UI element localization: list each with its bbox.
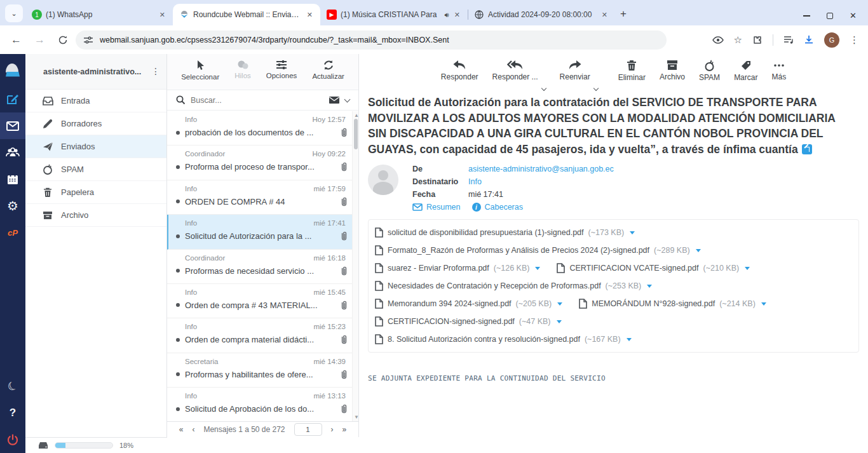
options-button[interactable]: Opciones — [266, 60, 297, 79]
first-page-icon[interactable]: « — [179, 425, 184, 434]
summary-link[interactable]: Resumen — [412, 203, 461, 212]
reply-all-button[interactable]: Responder ... — [492, 60, 538, 81]
folder-enviados[interactable]: Enviados — [25, 135, 166, 158]
reading-list-icon[interactable] — [783, 36, 794, 44]
browser-menu-icon[interactable]: ⋮ — [850, 34, 859, 46]
more-button[interactable]: Más — [771, 60, 786, 81]
attachment[interactable]: Necesidades de Contratación y Recepción … — [375, 281, 652, 291]
threads-button[interactable]: Hilos — [234, 60, 251, 79]
attachment-menu-icon[interactable] — [630, 231, 635, 234]
from-address-link[interactable]: asistente-administrativo@sanjuan.gob.ec — [468, 165, 614, 173]
reply-button[interactable]: Responder — [441, 60, 478, 81]
search-scope-mail-icon[interactable] — [329, 96, 340, 104]
mail-icon[interactable] — [0, 112, 25, 139]
page-input[interactable]: 1 — [294, 423, 322, 436]
attachment-menu-icon[interactable] — [627, 338, 632, 341]
dark-mode-moon-icon[interactable]: ☾ — [0, 373, 25, 400]
message-row[interactable]: Infomié 15:45 Orden de compra # 43 MATER… — [167, 284, 352, 318]
mark-button[interactable]: Marcar — [734, 60, 757, 82]
message-row[interactable]: Infomié 13:13 Solicitud de Aprobación de… — [167, 388, 352, 421]
attachment[interactable]: solicitud de disponibilidad presupuestar… — [375, 227, 635, 238]
attachment[interactable]: 8. Solicitud Autorización contra y resol… — [375, 334, 632, 344]
back-icon[interactable]: ← — [11, 34, 22, 46]
calendar-icon[interactable] — [0, 166, 25, 193]
tab-roundcube[interactable]: Roundcube Webmail :: Enviado: ✕ — [173, 4, 320, 25]
scroll-down-icon[interactable]: ▼ — [354, 414, 359, 420]
tab-actividad[interactable]: Actividad 2024-09-20 08:00:00 ✕ — [468, 4, 615, 25]
attachment[interactable]: MEMORÁNDUM N°928-signed.pdf(~214 KB) — [579, 299, 766, 309]
folder-entrada[interactable]: Entrada — [25, 90, 166, 112]
message-row-selected[interactable]: Infomié 17:41 Solicitud de Autorización … — [167, 215, 352, 249]
message-row[interactable]: Infomié 15:23 Orden de compra material d… — [167, 318, 352, 353]
delete-button[interactable]: Eliminar — [618, 60, 646, 82]
profile-avatar[interactable]: G — [824, 32, 839, 48]
bookmark-star-icon[interactable]: ☆ — [734, 34, 742, 46]
refresh-button[interactable]: Actualizar — [312, 60, 344, 80]
cpanel-icon[interactable]: cP — [0, 219, 25, 246]
external-link-icon[interactable] — [802, 144, 812, 154]
close-tab-icon[interactable]: ✕ — [304, 10, 315, 20]
folder-borradores[interactable]: Borradores — [25, 112, 166, 135]
folder-spam[interactable]: SPAM — [25, 158, 166, 181]
tab-search-button[interactable]: ⌄ — [5, 4, 23, 22]
list-scrollbar[interactable]: ▲ ▼ — [352, 111, 358, 421]
folder-archivo[interactable]: Archivo — [25, 204, 166, 227]
headers-link[interactable]: i Cabeceras — [472, 203, 523, 212]
scrollbar-thumb[interactable] — [354, 119, 358, 149]
settings-gear-icon[interactable]: ⚙ — [0, 193, 25, 219]
help-icon[interactable]: ? — [0, 400, 25, 426]
tab-audio-icon[interactable]: 🔊︎ — [445, 11, 449, 19]
address-bar[interactable]: webmail.sanjuan.gob.ec/cpsess2312679074/… — [76, 30, 667, 50]
reload-icon[interactable] — [58, 35, 68, 45]
search-input[interactable] — [191, 96, 329, 105]
scroll-up-icon[interactable]: ▲ — [354, 112, 359, 118]
select-button[interactable]: Seleccionar — [181, 60, 219, 81]
site-settings-icon[interactable] — [83, 35, 93, 45]
maximize-button[interactable] — [827, 13, 833, 19]
message-row[interactable]: InfoHoy 12:57 probación de los documento… — [167, 111, 352, 145]
close-tab-icon[interactable]: ✕ — [599, 10, 610, 20]
archive-button[interactable]: Archivo — [660, 60, 685, 81]
extensions-icon[interactable] — [752, 35, 763, 45]
attachment[interactable]: CERTIFICACION VCATE-signed.pdf(~210 KB) — [557, 263, 750, 273]
forward-icon[interactable]: → — [34, 34, 45, 46]
attachment[interactable]: CERTIFICACION-signed-signed.pdf(~47 KB) — [375, 316, 562, 327]
spam-button[interactable]: SPAM — [699, 60, 720, 82]
attachment-menu-icon[interactable] — [557, 320, 562, 323]
close-tab-icon[interactable]: ✕ — [157, 10, 168, 20]
attachment-menu-icon[interactable] — [745, 267, 750, 270]
download-icon[interactable] — [804, 35, 814, 45]
account-header[interactable]: asistente-administrativo... ⋮ — [25, 54, 166, 90]
roundcube-logo[interactable] — [0, 54, 25, 86]
attachment[interactable]: Memorandum 394 2024-signed.pdf(~205 KB) — [375, 299, 562, 309]
tab-whatsapp[interactable]: 1 (1) WhatsApp ✕ — [25, 4, 173, 25]
attachment-menu-icon[interactable] — [535, 267, 540, 270]
preview-eye-icon[interactable] — [712, 36, 724, 44]
forward-button[interactable]: Reenviar — [560, 60, 590, 81]
attachment-menu-icon[interactable] — [647, 285, 652, 288]
attachment[interactable]: Formato_8_Razón de Proformas y Análisis … — [375, 245, 701, 255]
prev-page-icon[interactable]: ‹ — [192, 425, 194, 434]
logout-power-icon[interactable] — [0, 426, 25, 453]
to-address-link[interactable]: Info — [468, 177, 482, 186]
message-row[interactable]: CoordinadorHoy 09:22 Proforma del proces… — [167, 145, 352, 180]
tab-youtube[interactable]: ▶ (1) Música CRISTIANA Para 🔊︎ ✕ — [320, 4, 468, 25]
attachment[interactable]: suarez - Enviar Proforma.pdf(~126 KB) — [375, 263, 540, 273]
search-options-chevron-icon[interactable] — [344, 96, 351, 102]
message-row[interactable]: Coordinadormié 16:18 Proformas de necesi… — [167, 250, 352, 284]
compose-icon[interactable] — [0, 86, 25, 112]
message-row[interactable]: Infomié 17:59 ORDEN DE COMPRA # 44 — [167, 180, 352, 215]
close-tab-icon[interactable]: ✕ — [452, 10, 463, 20]
new-tab-button[interactable]: + — [620, 8, 627, 20]
attachment-menu-icon[interactable] — [696, 249, 701, 252]
last-page-icon[interactable]: » — [342, 425, 347, 434]
close-window-button[interactable]: ✕ — [850, 13, 857, 19]
attachment-menu-icon[interactable] — [761, 302, 766, 306]
minimize-button[interactable] — [803, 15, 810, 17]
attachment-menu-icon[interactable] — [557, 302, 562, 306]
folder-papelera[interactable]: Papelera — [25, 181, 166, 204]
message-row[interactable]: Secretariamié 14:39 Proformas y habilita… — [167, 353, 352, 388]
contacts-icon[interactable] — [0, 139, 25, 166]
next-page-icon[interactable]: › — [331, 425, 334, 434]
folder-menu-icon[interactable]: ⋮ — [151, 70, 160, 73]
